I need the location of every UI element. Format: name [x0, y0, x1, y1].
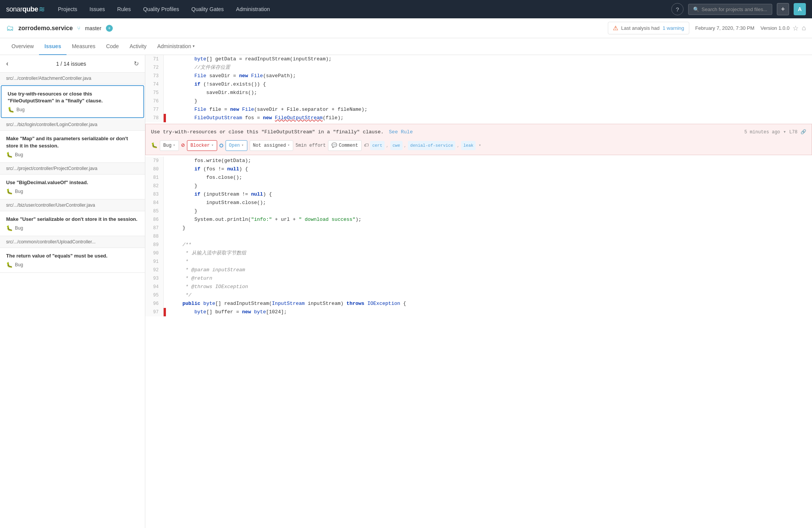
administration-chevron-icon: ▾ — [193, 44, 195, 48]
tag-cert[interactable]: cert — [370, 141, 385, 150]
code-line: 83 if (inputStream != null) { — [145, 190, 812, 199]
search-input[interactable]: 🔍 Search for projects and files... — [688, 4, 772, 15]
tag-denial-of-service[interactable]: denial-of-service — [408, 141, 455, 150]
issue-type-dropdown[interactable]: Bug ▾ — [160, 140, 179, 151]
warning-icon: ⚠ — [613, 24, 618, 32]
search-placeholder: Search for projects and files... — [702, 6, 767, 12]
issue-item[interactable]: Use "BigDecimal.valueOf" instead. 🐛 Bug — [0, 175, 145, 199]
administration-label: Administration — [157, 43, 191, 49]
tab-measures[interactable]: Measures — [67, 38, 101, 55]
bug-icon: 🐛 — [6, 225, 13, 231]
nav-quality-profiles[interactable]: Quality Profiles — [138, 0, 184, 18]
issue-comment-button[interactable]: 💬 Comment — [328, 140, 361, 151]
code-line: 79 fos.write(getData); — [145, 157, 812, 165]
line-content: if (!saveDir.exists()) { — [166, 80, 271, 89]
issue-title: Use "BigDecimal.valueOf" instead. — [6, 179, 139, 186]
issue-status-dropdown[interactable]: Open ▾ — [226, 140, 247, 151]
issue-title: Make "User" serializable or don't store … — [6, 216, 139, 223]
tab-activity[interactable]: Activity — [124, 38, 152, 55]
nav-administration[interactable]: Administration — [231, 0, 275, 18]
avatar[interactable]: A — [794, 3, 806, 15]
issue-inline-actions: 🐛 Bug ▾ ⊘ Blocker ▾ Open ▾ — [146, 139, 812, 155]
line-content: * — [166, 258, 193, 266]
issue-item[interactable]: Make "Map" and its parameters serializab… — [0, 131, 145, 162]
line-content: } — [166, 97, 202, 105]
tab-code[interactable]: Code — [101, 38, 124, 55]
analysis-warning[interactable]: ⚠ Last analysis had 1 warning — [608, 22, 689, 34]
code-line: 75 saveDir.mkdirs(); — [145, 89, 812, 97]
status-circle — [219, 144, 223, 147]
issue-meta: 🐛 Bug — [6, 225, 139, 231]
nav-issues[interactable]: Issues — [84, 0, 110, 18]
issue-inline-box: Use try-with-resources or close this "Fi… — [145, 124, 812, 155]
project-name[interactable]: zorrodemo.service — [18, 25, 73, 32]
line-content: if (fos != null) { — [166, 165, 253, 173]
issue-severity-dropdown[interactable]: Blocker ▾ — [187, 140, 217, 151]
line-number: 92 — [145, 266, 164, 274]
nav-quality-gates[interactable]: Quality Gates — [186, 0, 229, 18]
warning-count[interactable]: 1 warning — [663, 25, 684, 31]
issue-assignee-dropdown[interactable]: Not assigned ▾ — [250, 140, 293, 151]
issue-status-text: Open — [229, 141, 240, 150]
issue-group-header: src/.../controller/AttachmentController.… — [0, 73, 145, 84]
tag-leak[interactable]: leak — [461, 141, 476, 150]
help-button[interactable]: ? — [671, 3, 684, 15]
line-content: if (inputStream != null) { — [166, 190, 276, 199]
code-line: 95 */ — [145, 291, 812, 300]
star-icon[interactable]: ☆ — [793, 24, 799, 32]
code-line: 92 * @param inputStream — [145, 266, 812, 274]
issue-item[interactable]: The return value of "equals" must be use… — [0, 248, 145, 273]
tab-issues[interactable]: Issues — [39, 38, 67, 55]
tab-administration[interactable]: Administration ▾ — [152, 38, 200, 55]
branch-name: master — [85, 25, 101, 31]
branch-icon: ⑂ — [77, 25, 80, 31]
line-content: //文件保存位置 — [166, 63, 235, 72]
code-line: 91 * — [145, 258, 812, 266]
bug-icon: 🐛 — [8, 107, 14, 113]
issue-item[interactable]: Make "User" serializable or don't store … — [0, 211, 145, 236]
code-line: 87 } — [145, 224, 812, 232]
see-rule-link[interactable]: See Rule — [389, 129, 412, 135]
refresh-button[interactable]: ↻ — [134, 60, 139, 67]
line-number: 95 — [145, 291, 164, 300]
status-chevron-icon: ▾ — [242, 141, 244, 150]
project-bar: 🗂 zorrodemo.service ⑂ master + ⚠ Last an… — [0, 18, 812, 38]
code-line: 96 public byte[] readInputStream(InputSt… — [145, 300, 812, 308]
line-content: fos.close(); — [166, 173, 247, 182]
issue-meta: 🐛 Bug — [6, 188, 139, 194]
logo[interactable]: sonarqube ≋ — [6, 5, 45, 14]
tag-cwe[interactable]: cwe — [390, 141, 403, 150]
tab-overview[interactable]: Overview — [6, 38, 39, 55]
add-button[interactable]: + — [777, 3, 789, 15]
code-area: 71 byte[] getData = readInputStream(inpu… — [145, 55, 812, 316]
home-icon[interactable]: ⌂ — [802, 24, 806, 32]
nav-projects[interactable]: Projects — [53, 0, 83, 18]
line-content: byte[] getData = readInputStream(inputSt… — [166, 55, 336, 63]
severity-chevron-icon: ▾ — [211, 141, 214, 150]
tags-chevron-icon[interactable]: ▾ — [479, 141, 481, 150]
nav-rules[interactable]: Rules — [112, 0, 136, 18]
top-nav: sonarqube ≋ Projects Issues Rules Qualit… — [0, 0, 812, 18]
issue-title: Use try-with-resources or close this "Fi… — [8, 91, 137, 104]
analysis-date: February 7, 2020, 7:30 PM — [695, 25, 755, 31]
line-content: } — [166, 224, 190, 232]
bug-icon: 🐛 — [6, 152, 13, 158]
line-number: 80 — [145, 165, 164, 173]
line-number: 94 — [145, 283, 164, 291]
issue-inline-header: Use try-with-resources or close this "Fi… — [146, 124, 812, 139]
back-button[interactable]: ‹ — [6, 60, 8, 68]
code-line: 72 //文件保存位置 — [145, 63, 812, 72]
issue-link-icon[interactable]: 🔗 — [801, 128, 806, 136]
code-line: 85 } — [145, 207, 812, 215]
issue-item[interactable]: Use try-with-resources or close this "Fi… — [1, 85, 144, 118]
line-content: */ — [166, 291, 196, 300]
line-number: 82 — [145, 182, 164, 190]
line-number: 89 — [145, 241, 164, 249]
code-line: 76 } — [145, 97, 812, 105]
issue-timestamp-dropdown[interactable]: ▾ — [783, 128, 786, 136]
add-branch-button[interactable]: + — [106, 25, 113, 32]
comment-label: Comment — [339, 141, 358, 150]
right-icons: ⚠ Last analysis had 1 warning February 7… — [608, 22, 806, 34]
issue-timestamp[interactable]: 5 minutes ago — [744, 128, 780, 136]
line-number: 97 — [145, 308, 164, 316]
